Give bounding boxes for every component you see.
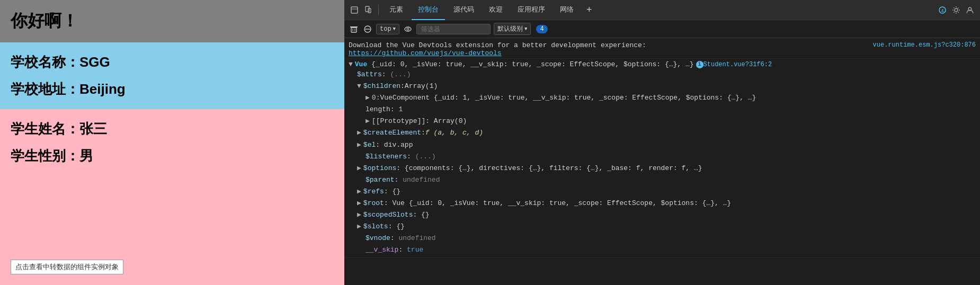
child0-toggle[interactable]: ▶ xyxy=(366,92,370,104)
student-gender: 学生性别：男 xyxy=(11,147,334,165)
tree-row-attrs: $attrs: (...) xyxy=(349,69,411,81)
eye-icon[interactable] xyxy=(403,24,413,34)
console-content: Download the Vue Devtools extension for … xyxy=(344,38,980,285)
console-row-vue-instance: ▼ Vue {_uid: 0, _isVue: true, __v_skip: … xyxy=(344,59,980,258)
clear-console-icon[interactable] xyxy=(349,24,359,34)
svg-point-15 xyxy=(407,28,409,30)
tree-row-vnode: $vnode: undefined xyxy=(349,233,436,244)
device-toggle-icon[interactable] xyxy=(362,4,374,16)
svg-text:4: 4 xyxy=(941,8,943,13)
tree-row-children: ▼ $children: Array(1) xyxy=(349,81,438,92)
school-section: 学校名称：SGG 学校地址：Beijing xyxy=(0,42,344,109)
school-name: 学校名称：SGG xyxy=(11,53,334,72)
inspect-icon[interactable] xyxy=(349,4,360,16)
student-name-label: 学生姓名： xyxy=(11,121,79,137)
info-icon[interactable]: i xyxy=(696,61,703,68)
slots-toggle[interactable]: ▶ xyxy=(357,221,361,233)
student-gender-label: 学生性别： xyxy=(11,148,79,164)
devtools-toolbar: 元素 控制台 源代码 欢迎 应用程序 网络 + 4 xyxy=(344,0,980,20)
student-gender-value: 男 xyxy=(79,148,93,164)
tree-toggle-root[interactable]: ▼ xyxy=(349,60,353,68)
tab-welcome[interactable]: 欢迎 xyxy=(483,0,509,20)
chevron-down-icon-2: ▼ xyxy=(524,26,527,32)
tab-elements[interactable]: 元素 xyxy=(383,0,409,20)
tree-row-v-skip: __v_skip: true xyxy=(349,244,423,256)
school-address-value: Beijing xyxy=(79,81,126,97)
children-toggle[interactable]: ▼ xyxy=(357,81,361,92)
devtools-panel: 元素 控制台 源代码 欢迎 应用程序 网络 + 4 xyxy=(344,0,980,285)
tree-row-prototype: ▶ [[Prototype]]: Array(0) xyxy=(349,115,467,127)
options-toggle[interactable]: ▶ xyxy=(357,163,361,174)
root-toggle[interactable]: ▶ xyxy=(357,198,361,209)
tab-application[interactable]: 应用程序 xyxy=(511,0,551,20)
left-panel: 你好啊！ 学校名称：SGG 学校地址：Beijing 学生姓名：张三 学生性别：… xyxy=(0,0,344,285)
svg-point-14 xyxy=(405,27,411,31)
chevron-down-icon: ▼ xyxy=(393,26,396,32)
school-name-label: 学校名称： xyxy=(11,54,79,70)
svg-rect-9 xyxy=(351,28,357,32)
student-name-value: 张三 xyxy=(79,121,107,137)
tab-network[interactable]: 网络 xyxy=(554,0,580,20)
greeting-text: 你好啊！ xyxy=(11,10,334,33)
devtools-source-1[interactable]: vue.runtime.esm.js?c320:876 xyxy=(873,41,976,49)
tree-row-slots: ▶ $slots: {} xyxy=(349,221,405,233)
tree-row-length: length: 1 xyxy=(349,104,403,115)
devtools-link[interactable]: https://github.com/vuejs/vue-devtools xyxy=(349,49,502,57)
school-address: 学校地址：Beijing xyxy=(11,80,334,99)
student-name: 学生姓名：张三 xyxy=(11,120,334,138)
el-toggle[interactable]: ▶ xyxy=(357,139,361,151)
svg-rect-2 xyxy=(366,6,369,12)
tree-row-createelement: ▶ $createElement: f (a, b, c, d) xyxy=(349,127,483,139)
toolbar-sep-1 xyxy=(378,5,379,15)
createelement-toggle[interactable]: ▶ xyxy=(357,127,361,139)
school-address-label: 学校地址： xyxy=(11,81,79,97)
top-frame-dropdown[interactable]: top ▼ xyxy=(376,24,399,34)
tree-row-options: ▶ $options: {components: {…}, directives… xyxy=(349,163,702,174)
account-icon[interactable] xyxy=(964,4,976,16)
devtools-source-2[interactable]: Student.vue?31f6:2 xyxy=(703,61,772,68)
vue-root-object: Vue {_uid: 0, _isVue: true, __v_skip: tr… xyxy=(355,60,694,68)
tree-row-scopedslots: ▶ $scopedSlots: {} xyxy=(349,209,430,221)
tree-row-refs: ▶ $refs: {} xyxy=(349,186,400,198)
tree-row-listeners: $listeners: (...) xyxy=(349,151,436,163)
refs-toggle[interactable]: ▶ xyxy=(357,186,361,198)
settings-icon[interactable] xyxy=(950,4,962,16)
tab-sources[interactable]: 源代码 xyxy=(447,0,480,20)
console-toolbar: top ▼ 默认级别 ▼ 4 xyxy=(344,20,980,38)
school-name-value: SGG xyxy=(79,54,110,70)
view-instance-button[interactable]: 点击查看中转数据的组件实例对象 xyxy=(11,260,123,274)
greeting-section: 你好啊！ xyxy=(0,0,344,42)
devtools-message: Download the Vue Devtools extension for … xyxy=(349,41,646,49)
console-row-devtools: Download the Vue Devtools extension for … xyxy=(344,40,980,59)
tree-row-child0: ▶ 0: VueComponent {_uid: 1, _isVue: true… xyxy=(349,92,756,104)
svg-point-6 xyxy=(955,8,958,12)
tab-add-button[interactable]: + xyxy=(582,4,596,15)
tab-console[interactable]: 控制台 xyxy=(412,0,445,20)
tree-row-el: ▶ $el: div.app xyxy=(349,139,413,151)
filter-input[interactable] xyxy=(416,24,491,34)
tree-row-parent: $parent: undefined xyxy=(349,174,440,186)
student-section: 学生姓名：张三 学生性别：男 点击查看中转数据的组件实例对象 xyxy=(0,109,344,285)
tree-row-root: ▶ $root: Vue {_uid: 0, _isVue: true, __v… xyxy=(349,198,731,209)
prototype-toggle[interactable]: ▶ xyxy=(366,115,370,127)
svg-rect-0 xyxy=(351,7,358,13)
scopedslots-toggle[interactable]: ▶ xyxy=(357,209,361,221)
console-badge: 4 xyxy=(536,25,547,33)
block-icon[interactable] xyxy=(362,24,373,34)
notifications-icon[interactable]: 4 xyxy=(937,4,948,16)
level-dropdown[interactable]: 默认级别 ▼ xyxy=(494,23,531,35)
